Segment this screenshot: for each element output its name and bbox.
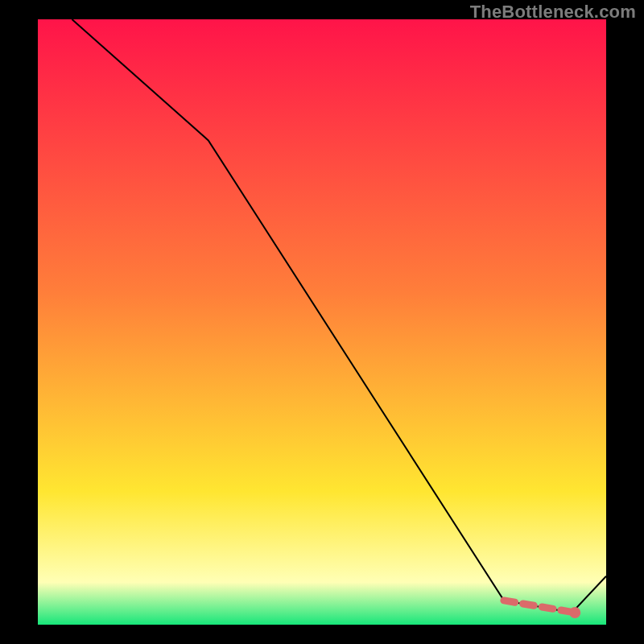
- chart-stage: TheBottleneck.com: [0, 0, 644, 644]
- chart-svg: [0, 0, 644, 644]
- optimal-point-marker: [569, 607, 580, 618]
- plot-gradient-area: [38, 19, 606, 625]
